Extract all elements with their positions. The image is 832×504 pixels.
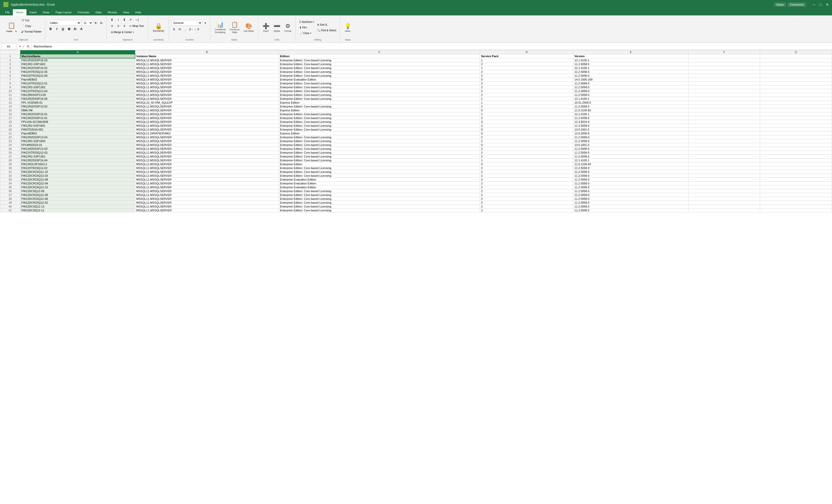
cell-c1[interactable]: Edition <box>279 54 480 58</box>
cell-e36[interactable]: 11.2.5058.0 <box>573 189 688 193</box>
cell-f1[interactable] <box>688 54 760 58</box>
minimize-button[interactable]: ─ <box>813 3 815 7</box>
cell-d36[interactable]: 2 <box>480 189 573 193</box>
decrease-font-button[interactable]: A↓ <box>99 20 104 25</box>
number-format-expand[interactable]: ▾ <box>203 20 208 25</box>
cell-e41[interactable]: 11.2.5058.0 <box>573 208 688 213</box>
cell-g2[interactable] <box>760 58 832 62</box>
cell-b7[interactable]: MSSQL14.MSSQLSERVER <box>135 78 279 82</box>
cell-e12[interactable]: 12.1.4100.1 <box>573 97 688 101</box>
cell-g8[interactable] <box>760 82 832 85</box>
cell-e33[interactable]: 11.2.5058.0 <box>573 178 688 181</box>
cell-g17[interactable] <box>760 116 832 120</box>
cell-b30[interactable]: MSSQL11.MSSQLSERVER <box>135 166 279 170</box>
cell-b23[interactable]: MSSQL11.MSSQLSERVER <box>135 139 279 143</box>
cell-f13[interactable] <box>688 101 760 105</box>
cell-a10[interactable]: FW12STR2SQ12-04 <box>20 89 135 93</box>
cell-a36[interactable]: FW12DCSQ12-08 <box>20 189 135 193</box>
cell-c26[interactable]: Enterprise Edition: Core-based Licensing <box>279 151 480 155</box>
cell-e39[interactable]: 11.2.5058.0 <box>573 201 688 205</box>
cell-d24[interactable]: 0 <box>480 143 573 147</box>
cell-g28[interactable] <box>760 159 832 162</box>
cell-a33[interactable]: FW12DCR2SQ12-08 <box>20 178 135 181</box>
cell-b2[interactable]: MSSQL12.MSSQLSERVER <box>135 58 279 62</box>
cell-b18[interactable]: MSSQL12.MSSQLSERVER <box>135 120 279 124</box>
cell-d41[interactable]: 2 <box>480 208 573 213</box>
cell-a9[interactable]: FW12R2-SSP1302 <box>20 85 135 89</box>
cell-b17[interactable]: MSSQL11.MSSQLSERVER <box>135 116 279 120</box>
cell-d28[interactable]: 1 <box>480 159 573 162</box>
cell-a12[interactable]: FW12R2DSSP16-05 <box>20 97 135 101</box>
cell-e2[interactable]: 12.1.4100.1 <box>573 58 688 62</box>
tab-insert[interactable]: Insert <box>26 9 40 16</box>
cell-g18[interactable] <box>760 120 832 124</box>
cell-b6[interactable]: MSSQL11.MSSQLSERVER <box>135 74 279 78</box>
increase-decimal-button[interactable]: .0→ <box>188 27 193 32</box>
cell-a39[interactable]: FW12DCR2SQ12-02 <box>20 201 135 205</box>
cell-c2[interactable]: Enterprise Edition: Core-based Licensing <box>279 58 480 62</box>
cell-g19[interactable] <box>760 124 832 128</box>
format-cells-button[interactable]: ⚙ Format <box>283 21 293 34</box>
cell-c39[interactable]: Enterprise Edition: Core-based Licensing <box>279 201 480 205</box>
cell-e30[interactable]: 11.2.5058.0 <box>573 166 688 170</box>
cell-d38[interactable]: 2 <box>480 197 573 201</box>
font-color-button[interactable]: A <box>79 26 84 32</box>
cell-g16[interactable] <box>760 112 832 116</box>
cell-b14[interactable]: MSSQL11.MSSQLSERVER <box>135 105 279 109</box>
cell-e16[interactable]: 12.1.4100.1 <box>573 112 688 116</box>
cell-f36[interactable] <box>688 189 760 193</box>
cell-b19[interactable]: MSSQL11.MSSQLSERVER <box>135 124 279 128</box>
cell-d4[interactable]: 1 <box>480 66 573 70</box>
cell-c5[interactable]: Enterprise Edition: Core-based Licensing <box>279 70 480 74</box>
col-header-d[interactable]: D <box>480 50 573 54</box>
cell-d17[interactable]: 2 <box>480 116 573 120</box>
cell-f8[interactable] <box>688 82 760 85</box>
cell-f38[interactable] <box>688 197 760 201</box>
cell-c9[interactable]: Enterprise Edition: Core-based Licensing <box>279 85 480 89</box>
align-middle-button[interactable]: ↕ <box>115 17 121 23</box>
cell-a14[interactable]: FW12R2DSSP13-02 <box>20 105 135 109</box>
cell-f2[interactable] <box>688 58 760 62</box>
cell-b3[interactable]: MSSQL11.MSSQLSERVER <box>135 62 279 66</box>
cell-a8[interactable]: FW12STR2SQ12-01 <box>20 82 135 85</box>
cell-d19[interactable]: 2 <box>480 124 573 128</box>
cell-e6[interactable]: 11.2.5058.0 <box>573 74 688 78</box>
cell-e40[interactable]: 11.2.5058.0 <box>573 205 688 208</box>
cell-f28[interactable] <box>688 159 760 162</box>
cell-e26[interactable]: 11.2.5058.0 <box>573 151 688 155</box>
cell-a2[interactable]: FW12R2DSSP16-03 <box>20 58 135 62</box>
cell-g38[interactable] <box>760 197 832 201</box>
cut-button[interactable]: ✂️ Cut <box>20 18 43 23</box>
cell-b29[interactable]: MSSQL11.MSSQLSERVER <box>135 162 279 166</box>
cell-f35[interactable] <box>688 186 760 189</box>
find-select-button[interactable]: 🔍 Find & Select <box>316 28 337 33</box>
cell-c21[interactable]: Express Edition <box>279 132 480 135</box>
cell-f23[interactable] <box>688 139 760 143</box>
cell-f12[interactable] <box>688 97 760 101</box>
cell-e3[interactable]: 11.2.5058.0 <box>573 62 688 66</box>
cell-g40[interactable] <box>760 205 832 208</box>
cell-f7[interactable] <box>688 78 760 82</box>
cell-g14[interactable] <box>760 105 832 109</box>
cell-d3[interactable]: 2 <box>480 62 573 66</box>
cell-f17[interactable] <box>688 116 760 120</box>
share-button[interactable]: Share <box>774 3 786 7</box>
cell-d32[interactable]: 2 <box>480 174 573 178</box>
cell-c35[interactable]: Enterprise Evaluation Edition <box>279 186 480 189</box>
cell-e19[interactable]: 11.2.5058.0 <box>573 124 688 128</box>
cell-f31[interactable] <box>688 170 760 174</box>
cell-d25[interactable]: 2 <box>480 147 573 151</box>
cell-g13[interactable] <box>760 101 832 105</box>
cell-c13[interactable]: Express Edition <box>279 101 480 105</box>
cell-f4[interactable] <box>688 66 760 70</box>
cell-a4[interactable]: FW12R2DSSP16-02 <box>20 66 135 70</box>
cell-b9[interactable]: MSSQL11.MSSQLSERVER <box>135 85 279 89</box>
cell-b20[interactable]: MSSQL13.MSSQLSERVER <box>135 128 279 132</box>
cell-d18[interactable]: 3 <box>480 120 573 124</box>
cell-g26[interactable] <box>760 151 832 155</box>
maximize-button[interactable]: □ <box>820 3 822 7</box>
cell-a5[interactable]: FW12STR2SQ12-05 <box>20 70 135 74</box>
cell-d27[interactable]: 2 <box>480 155 573 159</box>
cell-b12[interactable]: MSSQL12.MSSQLSERVER <box>135 97 279 101</box>
cell-a41[interactable]: FW12DCSQ12-11 <box>20 208 135 213</box>
